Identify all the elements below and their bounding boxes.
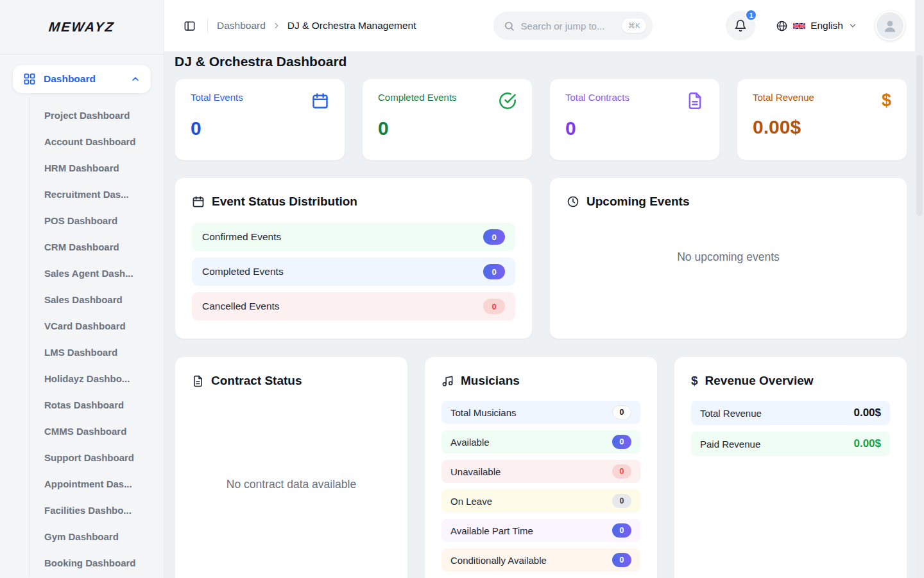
sidebar-toggle-button[interactable] bbox=[181, 17, 198, 35]
breadcrumb-current: DJ & Orchestra Management bbox=[287, 20, 416, 31]
clock-icon bbox=[567, 195, 579, 208]
event-status-title-row: Event Status Distribution bbox=[192, 195, 515, 209]
sidebar-item-cmms-dashboard[interactable]: CMMS Dashboard bbox=[30, 418, 164, 444]
dollar-icon: $ bbox=[691, 374, 698, 388]
row-label: Unavailable bbox=[450, 466, 501, 477]
sidebar-item-crm-dashboard[interactable]: CRM Dashboard bbox=[30, 234, 164, 260]
page-scrollbar[interactable] bbox=[915, 0, 924, 578]
musicians-card: Musicians Total Musicians 0 Available 0 … bbox=[424, 356, 658, 578]
event-status-card: Event Status Distribution Confirmed Even… bbox=[175, 177, 533, 339]
count-badge: 0 bbox=[612, 405, 631, 419]
file-text-icon bbox=[686, 92, 704, 110]
language-selector[interactable]: English bbox=[776, 20, 857, 32]
row-label: Total Revenue bbox=[700, 408, 762, 419]
card-title: Event Status Distribution bbox=[212, 195, 357, 209]
count-badge: 0 bbox=[612, 553, 631, 567]
empty-state-text: No upcoming events bbox=[677, 250, 780, 264]
sidebar-item-booking-dashboard[interactable]: Booking Dashboard bbox=[30, 550, 164, 576]
globe-icon bbox=[776, 20, 788, 32]
event-status-rows: Confirmed Events 0 Completed Events 0 Ca… bbox=[192, 223, 515, 320]
stat-label: Completed Events bbox=[378, 92, 457, 103]
revenue-overview-title-row: $ Revenue Overview bbox=[691, 374, 890, 388]
music-icon bbox=[441, 375, 454, 387]
search-icon bbox=[504, 21, 515, 31]
person-icon bbox=[882, 17, 898, 34]
stat-card-total-events: Total Events 0 bbox=[175, 78, 345, 161]
card-title: Musicians bbox=[461, 374, 520, 388]
upcoming-events-card: Upcoming Events No upcoming events bbox=[549, 177, 907, 339]
contract-status-card: Contract Status No contract data availab… bbox=[175, 356, 408, 578]
notifications-button[interactable]: 1 bbox=[726, 11, 755, 40]
uk-flag-icon bbox=[793, 22, 805, 30]
count-badge: 0 bbox=[612, 494, 631, 508]
breadcrumb-root[interactable]: Dashboard bbox=[217, 20, 266, 31]
page-title: DJ & Orchestra Dashboard bbox=[175, 54, 907, 69]
card-title: Revenue Overview bbox=[705, 374, 814, 388]
search-bar[interactable]: ⌘K bbox=[493, 12, 653, 40]
contract-status-title-row: Contract Status bbox=[192, 374, 391, 388]
row-label: Total Musicians bbox=[450, 407, 517, 418]
row-label: Available bbox=[450, 437, 490, 448]
sidebar-item-account-dashboard[interactable]: Account Dashboard bbox=[30, 128, 164, 155]
row-label: On Leave bbox=[450, 496, 492, 507]
stat-value: 0 bbox=[565, 118, 704, 139]
stat-value: 0 bbox=[378, 118, 517, 139]
count-badge: 0 bbox=[483, 299, 505, 314]
sidebar-sub-list: Project Dashboard Account Dashboard HRM … bbox=[29, 97, 164, 576]
sidebar-item-holidayz-dashboard[interactable]: Holidayz Dashbo... bbox=[30, 365, 164, 392]
count-badge: 0 bbox=[483, 229, 505, 245]
sidebar-item-support-dashboard[interactable]: Support Dashboard bbox=[30, 444, 164, 471]
sidebar: MEWAYZ Dashboard Project Dashboard Accou… bbox=[0, 0, 164, 578]
row-label: Paid Revenue bbox=[700, 439, 760, 450]
status-row-completed-events: Completed Events 0 bbox=[192, 258, 515, 286]
sidebar-item-recruitment-dashboard[interactable]: Recruitment Das... bbox=[30, 181, 164, 207]
middle-row: Event Status Distribution Confirmed Even… bbox=[175, 177, 907, 339]
chevron-up-icon bbox=[130, 74, 141, 84]
musician-row-on-leave: On Leave 0 bbox=[441, 489, 640, 512]
page-scrollbar-thumb[interactable] bbox=[916, 55, 923, 216]
sidebar-item-sales-agent-dashboard[interactable]: Sales Agent Dash... bbox=[30, 260, 164, 286]
musician-row-available: Available 0 bbox=[441, 430, 640, 453]
bottom-row: Contract Status No contract data availab… bbox=[175, 356, 907, 578]
stat-card-total-revenue: Total Revenue $ 0.00$ bbox=[737, 78, 907, 161]
musician-row-available-part-time: Available Part Time 0 bbox=[441, 519, 640, 542]
musician-row-total: Total Musicians 0 bbox=[441, 401, 640, 424]
stat-card-completed-events: Completed Events 0 bbox=[362, 78, 533, 161]
sidebar-item-sales-dashboard[interactable]: Sales Dashboard bbox=[30, 286, 164, 313]
row-label: Completed Events bbox=[202, 266, 284, 277]
search-input[interactable] bbox=[521, 21, 622, 31]
revenue-row-total: Total Revenue 0.00$ bbox=[691, 401, 890, 425]
search-shortcut-badge: ⌘K bbox=[622, 19, 646, 33]
sidebar-item-vcard-dashboard[interactable]: VCard Dashboard bbox=[30, 313, 164, 339]
stats-row: Total Events 0 Completed Events 0 bbox=[175, 78, 907, 161]
sidebar-section-label: Dashboard bbox=[44, 73, 130, 85]
musicians-title-row: Musicians bbox=[441, 374, 640, 388]
contract-status-empty-area: No contract data available bbox=[192, 388, 391, 578]
user-avatar[interactable] bbox=[875, 11, 905, 40]
sidebar-item-pos-dashboard[interactable]: POS Dashboard bbox=[30, 207, 164, 234]
dollar-icon: $ bbox=[882, 92, 891, 109]
stat-label: Total Revenue bbox=[753, 92, 814, 103]
musicians-rows: Total Musicians 0 Available 0 Unavailabl… bbox=[441, 401, 640, 572]
row-label: Conditionally Available bbox=[450, 555, 547, 566]
sidebar-item-facilities-dashboard[interactable]: Facilities Dashbo... bbox=[30, 497, 164, 523]
count-badge: 0 bbox=[612, 435, 631, 449]
row-label: Confirmed Events bbox=[202, 231, 281, 243]
row-label: Cancelled Events bbox=[202, 301, 280, 312]
sidebar-item-rotas-dashboard[interactable]: Rotas Dashboard bbox=[30, 392, 164, 418]
sidebar-item-appointment-dashboard[interactable]: Appointment Das... bbox=[30, 471, 164, 497]
calendar-icon bbox=[311, 92, 329, 110]
sidebar-item-gym-dashboard[interactable]: Gym Dashboard bbox=[30, 523, 164, 550]
row-label: Available Part Time bbox=[450, 525, 533, 536]
sidebar-item-project-dashboard[interactable]: Project Dashboard bbox=[30, 102, 164, 128]
musician-row-conditionally-available: Conditionally Available 0 bbox=[441, 548, 640, 572]
revenue-rows: Total Revenue 0.00$ Paid Revenue 0.00$ bbox=[691, 401, 890, 456]
sidebar-section-dashboard[interactable]: Dashboard bbox=[13, 65, 151, 93]
language-label: English bbox=[810, 20, 843, 31]
sidebar-item-lms-dashboard[interactable]: LMS Dashboard bbox=[30, 339, 164, 365]
bell-icon bbox=[734, 19, 747, 32]
sidebar-item-hrm-dashboard[interactable]: HRM Dashboard bbox=[30, 155, 164, 181]
status-row-cancelled-events: Cancelled Events 0 bbox=[192, 292, 515, 320]
stat-value: 0.00$ bbox=[753, 116, 891, 138]
revenue-row-paid: Paid Revenue 0.00$ bbox=[691, 432, 890, 456]
